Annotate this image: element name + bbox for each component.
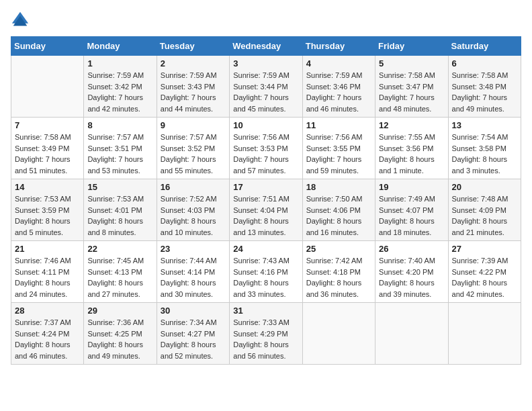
sunrise-text: Sunrise: 7:39 AM bbox=[452, 255, 517, 267]
calendar-cell: 30Sunrise: 7:34 AMSunset: 4:27 PMDayligh… bbox=[157, 303, 229, 365]
calendar-cell: 27Sunrise: 7:39 AMSunset: 4:22 PMDayligh… bbox=[448, 241, 521, 303]
calendar-cell: 29Sunrise: 7:36 AMSunset: 4:25 PMDayligh… bbox=[84, 303, 157, 365]
weekday-header-row: SundayMondayTuesdayWednesdayThursdayFrid… bbox=[11, 37, 521, 56]
sunset-text: Sunset: 4:20 PM bbox=[379, 267, 444, 278]
day-info: Sunrise: 7:57 AMSunset: 3:52 PMDaylight:… bbox=[161, 132, 226, 176]
calendar-week-row: 14Sunrise: 7:53 AMSunset: 3:59 PMDayligh… bbox=[11, 179, 521, 241]
day-number: 8 bbox=[87, 120, 152, 130]
day-info: Sunrise: 7:40 AMSunset: 4:20 PMDaylight:… bbox=[379, 255, 444, 300]
day-info: Sunrise: 7:50 AMSunset: 4:06 PMDaylight:… bbox=[306, 193, 371, 238]
sunrise-text: Sunrise: 7:53 AM bbox=[15, 193, 80, 205]
sunset-text: Sunset: 4:29 PM bbox=[233, 328, 298, 340]
day-info: Sunrise: 7:57 AMSunset: 3:51 PMDaylight:… bbox=[87, 132, 152, 176]
sunset-text: Sunset: 3:47 PM bbox=[379, 81, 444, 93]
sunset-text: Sunset: 4:01 PM bbox=[87, 205, 152, 216]
sunset-text: Sunset: 4:11 PM bbox=[15, 267, 80, 278]
day-number: 3 bbox=[233, 58, 298, 68]
day-number: 18 bbox=[306, 182, 371, 192]
day-info: Sunrise: 7:59 AMSunset: 3:46 PMDaylight:… bbox=[306, 70, 371, 114]
day-number: 12 bbox=[379, 120, 444, 130]
calendar-cell: 17Sunrise: 7:51 AMSunset: 4:04 PMDayligh… bbox=[230, 179, 302, 241]
calendar-cell: 15Sunrise: 7:53 AMSunset: 4:01 PMDayligh… bbox=[84, 179, 157, 241]
day-number: 7 bbox=[15, 120, 80, 130]
day-info: Sunrise: 7:44 AMSunset: 4:14 PMDaylight:… bbox=[161, 255, 226, 300]
day-number: 20 bbox=[452, 182, 517, 192]
day-number: 16 bbox=[161, 182, 226, 192]
day-info: Sunrise: 7:53 AMSunset: 3:59 PMDaylight:… bbox=[15, 193, 80, 238]
sunset-text: Sunset: 4:18 PM bbox=[306, 267, 371, 278]
day-info: Sunrise: 7:45 AMSunset: 4:13 PMDaylight:… bbox=[87, 255, 152, 300]
daylight-text: Daylight: 8 hours and 24 minutes. bbox=[15, 277, 80, 300]
daylight-text: Daylight: 8 hours and 21 minutes. bbox=[452, 216, 517, 238]
sunrise-text: Sunrise: 7:59 AM bbox=[161, 70, 226, 81]
daylight-text: Daylight: 7 hours and 45 minutes. bbox=[233, 92, 298, 114]
calendar-cell: 28Sunrise: 7:37 AMSunset: 4:24 PMDayligh… bbox=[11, 303, 84, 365]
calendar-cell: 12Sunrise: 7:55 AMSunset: 3:56 PMDayligh… bbox=[375, 118, 448, 179]
daylight-text: Daylight: 7 hours and 59 minutes. bbox=[306, 154, 371, 176]
weekday-header-monday: Monday bbox=[84, 37, 157, 56]
daylight-text: Daylight: 8 hours and 8 minutes. bbox=[87, 216, 152, 238]
calendar-cell: 5Sunrise: 7:58 AMSunset: 3:47 PMDaylight… bbox=[375, 56, 448, 118]
calendar-cell bbox=[302, 303, 375, 365]
sunset-text: Sunset: 3:48 PM bbox=[452, 81, 517, 93]
daylight-text: Daylight: 8 hours and 39 minutes. bbox=[379, 277, 444, 300]
day-info: Sunrise: 7:51 AMSunset: 4:04 PMDaylight:… bbox=[233, 193, 298, 238]
weekday-header-friday: Friday bbox=[375, 37, 448, 56]
day-info: Sunrise: 7:49 AMSunset: 4:07 PMDaylight:… bbox=[379, 193, 444, 238]
day-info: Sunrise: 7:59 AMSunset: 3:44 PMDaylight:… bbox=[233, 70, 298, 114]
calendar-cell: 20Sunrise: 7:48 AMSunset: 4:09 PMDayligh… bbox=[448, 179, 521, 241]
sunrise-text: Sunrise: 7:58 AM bbox=[452, 70, 517, 81]
day-number: 26 bbox=[379, 244, 444, 254]
sunrise-text: Sunrise: 7:43 AM bbox=[233, 255, 298, 267]
calendar-cell: 25Sunrise: 7:42 AMSunset: 4:18 PMDayligh… bbox=[302, 241, 375, 303]
daylight-text: Daylight: 7 hours and 44 minutes. bbox=[161, 92, 226, 114]
sunset-text: Sunset: 4:24 PM bbox=[15, 328, 80, 340]
daylight-text: Daylight: 7 hours and 46 minutes. bbox=[306, 92, 371, 114]
day-info: Sunrise: 7:54 AMSunset: 3:58 PMDaylight:… bbox=[452, 132, 517, 176]
day-number: 4 bbox=[306, 58, 371, 68]
daylight-text: Daylight: 8 hours and 10 minutes. bbox=[161, 216, 226, 238]
weekday-header-saturday: Saturday bbox=[448, 37, 521, 56]
sunset-text: Sunset: 4:16 PM bbox=[233, 267, 298, 278]
daylight-text: Daylight: 8 hours and 49 minutes. bbox=[87, 339, 152, 361]
calendar-cell bbox=[375, 303, 448, 365]
calendar-cell: 10Sunrise: 7:56 AMSunset: 3:53 PMDayligh… bbox=[230, 118, 302, 179]
day-info: Sunrise: 7:43 AMSunset: 4:16 PMDaylight:… bbox=[233, 255, 298, 300]
logo bbox=[11, 11, 32, 30]
sunrise-text: Sunrise: 7:59 AM bbox=[233, 70, 298, 81]
day-number: 10 bbox=[233, 120, 298, 130]
sunrise-text: Sunrise: 7:37 AM bbox=[15, 317, 80, 328]
calendar-cell: 31Sunrise: 7:33 AMSunset: 4:29 PMDayligh… bbox=[230, 303, 302, 365]
daylight-text: Daylight: 8 hours and 42 minutes. bbox=[452, 277, 517, 300]
sunrise-text: Sunrise: 7:52 AM bbox=[161, 193, 226, 205]
day-number: 22 bbox=[87, 244, 152, 254]
weekday-header-tuesday: Tuesday bbox=[157, 37, 229, 56]
calendar-cell: 6Sunrise: 7:58 AMSunset: 3:48 PMDaylight… bbox=[448, 56, 521, 118]
daylight-text: Daylight: 7 hours and 53 minutes. bbox=[87, 154, 152, 176]
day-info: Sunrise: 7:58 AMSunset: 3:49 PMDaylight:… bbox=[15, 132, 80, 176]
sunrise-text: Sunrise: 7:40 AM bbox=[379, 255, 444, 267]
sunset-text: Sunset: 3:53 PM bbox=[233, 143, 298, 154]
day-number: 21 bbox=[15, 244, 80, 254]
sunset-text: Sunset: 3:42 PM bbox=[87, 81, 152, 93]
sunrise-text: Sunrise: 7:59 AM bbox=[306, 70, 371, 81]
day-number: 6 bbox=[452, 58, 517, 68]
sunrise-text: Sunrise: 7:50 AM bbox=[306, 193, 371, 205]
daylight-text: Daylight: 8 hours and 27 minutes. bbox=[87, 277, 152, 300]
day-info: Sunrise: 7:56 AMSunset: 3:55 PMDaylight:… bbox=[306, 132, 371, 176]
day-info: Sunrise: 7:36 AMSunset: 4:25 PMDaylight:… bbox=[87, 317, 152, 361]
sunset-text: Sunset: 4:27 PM bbox=[161, 328, 226, 340]
sunrise-text: Sunrise: 7:56 AM bbox=[233, 132, 298, 143]
calendar-cell: 4Sunrise: 7:59 AMSunset: 3:46 PMDaylight… bbox=[302, 56, 375, 118]
day-number: 28 bbox=[15, 306, 80, 316]
sunset-text: Sunset: 4:06 PM bbox=[306, 205, 371, 216]
day-info: Sunrise: 7:37 AMSunset: 4:24 PMDaylight:… bbox=[15, 317, 80, 361]
day-info: Sunrise: 7:46 AMSunset: 4:11 PMDaylight:… bbox=[15, 255, 80, 300]
sunset-text: Sunset: 3:58 PM bbox=[452, 143, 517, 154]
calendar-cell: 23Sunrise: 7:44 AMSunset: 4:14 PMDayligh… bbox=[157, 241, 229, 303]
day-info: Sunrise: 7:53 AMSunset: 4:01 PMDaylight:… bbox=[87, 193, 152, 238]
day-info: Sunrise: 7:56 AMSunset: 3:53 PMDaylight:… bbox=[233, 132, 298, 176]
sunrise-text: Sunrise: 7:44 AM bbox=[161, 255, 226, 267]
daylight-text: Daylight: 7 hours and 42 minutes. bbox=[87, 92, 152, 114]
sunset-text: Sunset: 4:04 PM bbox=[233, 205, 298, 216]
